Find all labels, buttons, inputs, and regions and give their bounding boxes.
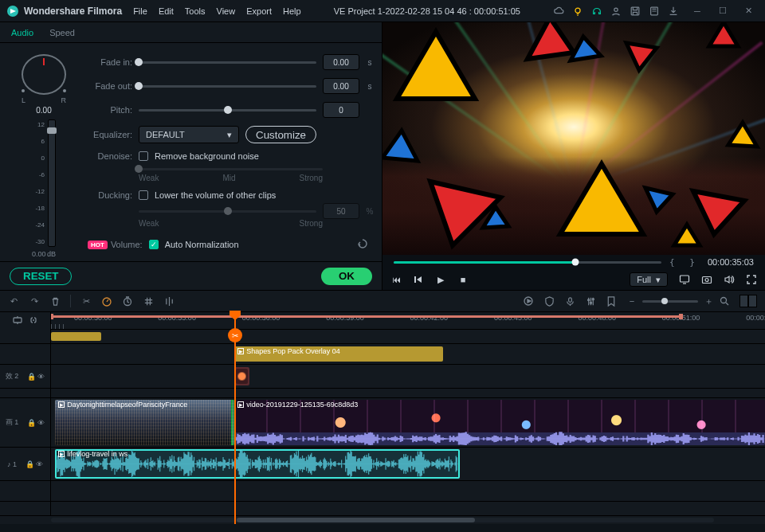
ok-button[interactable]: OK bbox=[321, 268, 372, 285]
clip[interactable] bbox=[51, 332, 101, 341]
volume-meter[interactable] bbox=[48, 119, 56, 247]
delete-icon[interactable] bbox=[49, 295, 61, 307]
svg-rect-27 bbox=[568, 297, 571, 302]
revert-icon[interactable] bbox=[356, 237, 371, 252]
ducking-unit: % bbox=[366, 207, 374, 216]
svg-marker-9 bbox=[709, 22, 738, 46]
clip[interactable] bbox=[234, 367, 249, 385]
svg-point-2 bbox=[614, 8, 618, 11]
equalizer-select[interactable]: DEFAULT▾ bbox=[139, 126, 239, 143]
menu-help[interactable]: Help bbox=[283, 6, 301, 16]
svg-rect-32 bbox=[14, 318, 22, 323]
layout-toggle[interactable] bbox=[740, 295, 757, 307]
menu-export[interactable]: Export bbox=[246, 6, 272, 16]
timer-icon[interactable] bbox=[122, 295, 133, 307]
speed-icon[interactable] bbox=[101, 295, 112, 307]
bulb-icon[interactable] bbox=[572, 6, 583, 17]
denoise-checkbox[interactable] bbox=[139, 151, 148, 161]
fullscreen-icon[interactable] bbox=[746, 274, 757, 285]
denoise-check-label: Remove background noise bbox=[155, 151, 259, 161]
track-add-icon[interactable] bbox=[13, 315, 22, 327]
menu-view[interactable]: View bbox=[217, 6, 236, 16]
fade-in-value[interactable]: 0.00 bbox=[323, 54, 359, 70]
minimize-button[interactable]: ─ bbox=[687, 4, 708, 18]
chevron-down-icon: ▾ bbox=[656, 275, 661, 285]
menu-edit[interactable]: Edit bbox=[159, 6, 174, 16]
svg-point-1 bbox=[575, 8, 580, 13]
playhead[interactable]: ✂ bbox=[234, 312, 236, 524]
render-icon[interactable] bbox=[523, 295, 534, 307]
link-icon[interactable] bbox=[29, 315, 38, 327]
clip[interactable]: ▸lifevlog-travel in ws bbox=[55, 449, 460, 479]
pitch-value[interactable]: 0 bbox=[323, 102, 359, 118]
audio-adjust-icon[interactable] bbox=[163, 295, 175, 307]
zoom-slider[interactable] bbox=[642, 300, 698, 303]
fade-out-value[interactable]: 0.00 bbox=[323, 78, 359, 94]
lane-audio-1[interactable]: ▸lifevlog-travel in ws bbox=[51, 448, 765, 480]
timeline-scrollbar[interactable] bbox=[0, 516, 765, 524]
auto-norm-label: Auto Normalization bbox=[165, 240, 239, 249]
zoom-in-icon[interactable]: ＋ bbox=[703, 295, 714, 307]
step-back-button[interactable] bbox=[413, 274, 424, 285]
mixer-icon[interactable] bbox=[585, 295, 596, 307]
notes-icon[interactable] bbox=[649, 6, 660, 17]
ducking-checkbox[interactable] bbox=[139, 190, 148, 200]
ducking-label: Ducking: bbox=[88, 190, 132, 200]
pitch-slider[interactable] bbox=[139, 105, 316, 115]
track-header-a1[interactable]: ♪ 1 🔒 👁 bbox=[0, 448, 51, 480]
menu-file[interactable]: File bbox=[133, 6, 147, 16]
tab-speed[interactable]: Speed bbox=[49, 28, 75, 37]
crop-icon[interactable] bbox=[143, 295, 154, 307]
lane-fx[interactable] bbox=[51, 330, 765, 343]
zoom-fit-icon[interactable] bbox=[719, 295, 730, 307]
equalizer-label: Equalizer: bbox=[88, 130, 132, 139]
lane-video-1[interactable]: ▸DaytonighttimelapseofPariscityFrance▸vi… bbox=[51, 398, 765, 447]
clip[interactable]: ▸DaytonighttimelapseofPariscityFrance bbox=[55, 400, 234, 445]
snapshot-icon[interactable] bbox=[701, 274, 712, 285]
preview-seekbar[interactable]: { } 00:00:35:03 bbox=[382, 255, 765, 269]
close-button[interactable]: ✕ bbox=[738, 4, 759, 18]
reset-button[interactable]: RESET bbox=[10, 268, 72, 285]
play-button[interactable]: ▶ bbox=[435, 274, 446, 285]
track-header-v1[interactable]: 画 1 🔒 👁 bbox=[0, 398, 51, 447]
transport-bar: ⏮ ▶ ■ Full▾ bbox=[382, 269, 765, 290]
ruler-label: 00:00:54:00 bbox=[746, 314, 765, 322]
support-icon[interactable] bbox=[591, 6, 602, 17]
preview-time: 00:00:35:03 bbox=[708, 257, 754, 267]
customize-button[interactable]: Customize bbox=[245, 126, 316, 143]
hot-badge: HOT bbox=[88, 241, 108, 249]
fade-out-unit: s bbox=[366, 82, 374, 91]
stop-button[interactable]: ■ bbox=[457, 274, 469, 285]
clip[interactable]: ▸video-20191229-125135-69c8d8d3 bbox=[234, 400, 765, 445]
marker-icon[interactable] bbox=[606, 295, 617, 307]
lane-t2[interactable] bbox=[51, 365, 765, 388]
redo-icon[interactable]: ↷ bbox=[29, 295, 40, 307]
track-header-t2[interactable]: 效 2 🔒 👁 bbox=[0, 365, 51, 388]
zoom-out-icon[interactable]: − bbox=[626, 295, 638, 307]
volume-icon[interactable] bbox=[724, 274, 735, 285]
balance-knob[interactable] bbox=[22, 54, 66, 95]
svg-marker-10 bbox=[382, 131, 418, 161]
undo-icon[interactable]: ↶ bbox=[8, 295, 19, 307]
preview-viewport[interactable] bbox=[382, 22, 765, 255]
lane-overlay[interactable]: ▸Shapes Pop Pack Overlay 04 bbox=[51, 344, 765, 364]
prev-frame-button[interactable]: ⏮ bbox=[390, 274, 402, 285]
mic-icon[interactable] bbox=[564, 295, 575, 307]
cloud-icon[interactable] bbox=[553, 6, 564, 17]
clip[interactable]: ▸Shapes Pop Pack Overlay 04 bbox=[234, 346, 443, 362]
account-icon[interactable] bbox=[610, 6, 622, 17]
tab-audio[interactable]: Audio bbox=[11, 28, 33, 37]
quality-select[interactable]: Full▾ bbox=[630, 272, 668, 287]
monitor-icon[interactable] bbox=[679, 274, 690, 285]
shield-icon[interactable] bbox=[543, 295, 555, 307]
auto-norm-checkbox[interactable]: ✓ bbox=[149, 240, 159, 249]
time-ruler[interactable]: 00:00:30:0000:00:33:0000:00:36:0000:00:3… bbox=[51, 312, 765, 330]
menu-tools[interactable]: Tools bbox=[185, 6, 206, 16]
save-icon[interactable] bbox=[630, 6, 641, 17]
app-logo bbox=[6, 5, 19, 18]
download-icon[interactable] bbox=[668, 6, 679, 17]
maximize-button[interactable]: ☐ bbox=[712, 4, 733, 18]
fade-in-slider[interactable] bbox=[139, 57, 316, 67]
fade-out-slider[interactable] bbox=[139, 81, 316, 91]
split-icon[interactable]: ✂ bbox=[80, 295, 92, 307]
